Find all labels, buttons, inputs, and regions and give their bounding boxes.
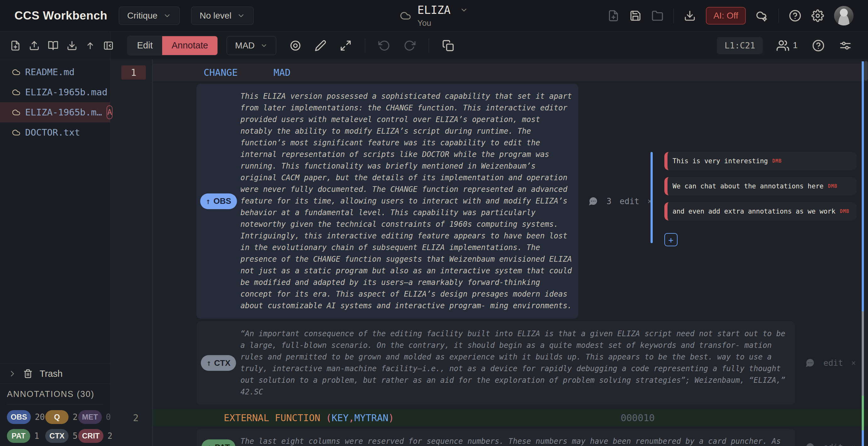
- level-label: No level: [199, 11, 231, 21]
- annotation-type: PAT: [215, 443, 230, 446]
- file-item-eliza-mad[interactable]: ELIZA-1965b.mad: [0, 82, 110, 102]
- obs-tag-pill: OBS: [7, 410, 31, 424]
- download-button[interactable]: [684, 10, 696, 22]
- ai-cloud-settings-button[interactable]: [756, 9, 768, 22]
- app-title: CCS Workbench: [14, 9, 107, 22]
- collaborators[interactable]: 1: [777, 39, 798, 52]
- edit-mode-button[interactable]: Edit: [128, 36, 162, 55]
- annotation-type: OBS: [213, 196, 231, 206]
- code-token: EXTERNAL FUNCTION: [224, 412, 326, 423]
- cloud-icon: [12, 108, 21, 117]
- code-line-2[interactable]: 2 EXTERNAL FUNCTION (KEY,MYTRAN) 000010: [110, 409, 868, 426]
- annotation-row-pat: ↑PAT The last eight columns were reserve…: [110, 429, 868, 446]
- comment-bubble-icon[interactable]: [588, 196, 598, 207]
- cloud-icon: [12, 88, 21, 96]
- file-item-eliza-annotated[interactable]: ELIZA-1965b.m… A: [0, 102, 110, 122]
- library-button[interactable]: [48, 40, 58, 51]
- add-comment-button[interactable]: +: [664, 233, 678, 246]
- close-icon[interactable]: ×: [851, 359, 856, 367]
- scrollbar-thumb[interactable]: [864, 61, 868, 81]
- comment-card[interactable]: This is very interesting DMB: [664, 152, 857, 170]
- comment-text: and even add extra annotations as we wor…: [673, 208, 835, 215]
- edit-annotation-button[interactable]: edit: [824, 443, 843, 446]
- sequence-number: 000010: [621, 412, 655, 423]
- upload-button[interactable]: [29, 40, 40, 51]
- preview-button[interactable]: [289, 40, 301, 52]
- annotate-mode-button[interactable]: Annotate: [162, 36, 217, 55]
- edit-annotation-button[interactable]: edit: [824, 358, 843, 368]
- redo-button[interactable]: [404, 40, 415, 52]
- sidebar: README.md ELIZA-1965b.mad ELIZA-1965b.m……: [0, 31, 110, 446]
- redo-icon: [404, 40, 415, 52]
- ctx-tag-pill: CTX: [45, 429, 68, 443]
- open-folder-button[interactable]: [651, 10, 663, 22]
- annotation-row-ctx: ↑CTX “An important consequence of the ed…: [110, 321, 868, 405]
- annotation-count-ctx[interactable]: CTX 5: [45, 429, 78, 443]
- help-icon: [812, 39, 825, 52]
- file-plus-icon: [608, 10, 619, 22]
- move-up-button[interactable]: [86, 40, 95, 51]
- expand-button[interactable]: [340, 40, 352, 52]
- download-icon: [684, 10, 696, 22]
- code-token: (: [326, 412, 332, 423]
- pat-marker: [862, 396, 864, 430]
- annotation-count-met[interactable]: MET 0: [78, 410, 113, 424]
- comment-card[interactable]: and even add extra annotations as we wor…: [664, 202, 857, 220]
- arrow-up-icon: ↑: [207, 358, 212, 368]
- divider: [429, 38, 429, 53]
- annotation-block-obs[interactable]: ↑OBS This ELIZA version possessed a soph…: [196, 84, 578, 319]
- divider: [674, 8, 674, 23]
- cursor-position: L1:C21: [717, 37, 763, 54]
- comment-card[interactable]: We can chat about the annotations here D…: [664, 177, 857, 195]
- ctx-annotation-badge[interactable]: ↑CTX: [201, 355, 236, 371]
- comment-bubble-icon[interactable]: [805, 442, 815, 446]
- copy-button[interactable]: [442, 40, 454, 52]
- view-options-button[interactable]: [839, 39, 852, 52]
- met-tag-pill: MET: [78, 410, 102, 424]
- obs-annotation-badge[interactable]: ↑OBS: [200, 194, 237, 209]
- annotation-block-ctx[interactable]: ↑CTX “An important consequence of the ed…: [196, 321, 795, 405]
- format-dropdown[interactable]: MAD: [226, 36, 276, 55]
- download-file-button[interactable]: [67, 40, 77, 51]
- undo-button[interactable]: [378, 40, 390, 52]
- file-item-readme[interactable]: README.md: [0, 62, 110, 82]
- pen-icon: [315, 40, 327, 52]
- annotation-count-pat[interactable]: PAT 1: [7, 429, 44, 443]
- document-title[interactable]: ELIZA: [417, 4, 450, 17]
- avatar[interactable]: [834, 6, 854, 26]
- highlighter-button[interactable]: [315, 40, 327, 52]
- annotation-count-obs[interactable]: OBS 20: [7, 410, 44, 424]
- settings-button[interactable]: [811, 9, 824, 22]
- editor-help-button[interactable]: [812, 39, 825, 52]
- new-file-button[interactable]: [608, 10, 619, 22]
- collapse-sidebar-button[interactable]: [103, 40, 114, 51]
- annotation-block-pat[interactable]: ↑PAT The last eight columns were reserve…: [196, 429, 795, 446]
- code-line-1[interactable]: 1 CHANGEMAD: [110, 63, 868, 81]
- code-token: KEY: [332, 412, 348, 423]
- close-icon[interactable]: ×: [851, 443, 856, 446]
- comment-thread: This is very interesting DMB We can chat…: [651, 152, 857, 246]
- comment-bubble-icon[interactable]: [805, 358, 815, 368]
- arrow-up-icon: [86, 40, 95, 51]
- trash-icon: [23, 369, 33, 378]
- critique-mode-label: Critique: [127, 11, 157, 21]
- save-button[interactable]: [629, 10, 642, 22]
- file-name: ELIZA-1965b.m…: [25, 107, 102, 118]
- editor-pane: Edit Annotate MAD L1:C21: [110, 31, 868, 446]
- edit-annotation-button[interactable]: edit: [620, 197, 640, 206]
- document-owner: You: [417, 18, 468, 28]
- pat-annotation-badge[interactable]: ↑PAT: [202, 439, 236, 446]
- met-count: 0: [106, 412, 111, 422]
- level-dropdown[interactable]: No level: [191, 7, 254, 25]
- obs-marker: [862, 61, 864, 311]
- annotation-count-crit[interactable]: CRIT 2: [78, 429, 113, 443]
- annotation-count-q[interactable]: Q 2: [45, 410, 78, 424]
- trash-section[interactable]: Trash: [0, 364, 110, 383]
- q-tag-pill: Q: [45, 410, 68, 424]
- chevron-down-icon[interactable]: [460, 6, 468, 14]
- new-file-button[interactable]: [10, 40, 21, 51]
- help-button[interactable]: [789, 9, 801, 22]
- critique-mode-dropdown[interactable]: Critique: [119, 7, 180, 25]
- file-item-doctor[interactable]: DOCTOR.txt: [0, 122, 110, 143]
- ai-toggle-button[interactable]: AI: Off: [706, 7, 746, 25]
